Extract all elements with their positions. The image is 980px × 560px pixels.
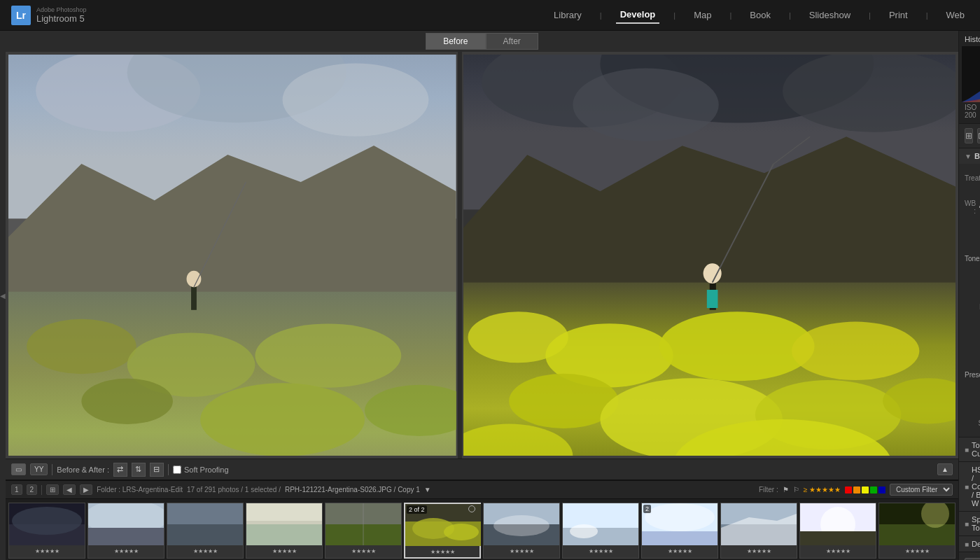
shadows-label: Shadows	[965, 321, 980, 328]
nav-sep-4: |	[789, 11, 791, 20]
prev-btn[interactable]: ◀	[63, 484, 76, 495]
nav-slideshow[interactable]: Slideshow	[805, 7, 855, 23]
nav-sep-6: |	[926, 11, 928, 20]
tone-curve-section[interactable]: ■ Tone Curve ▶	[959, 438, 980, 462]
nav-sep-2: |	[673, 11, 676, 20]
flag-icon-2[interactable]: ⚐	[793, 486, 799, 493]
thumb-8-stars: ★★★★★	[563, 547, 638, 556]
view-yy-btn[interactable]: YY	[30, 463, 48, 475]
nav-web[interactable]: Web	[942, 7, 969, 23]
left-panel-toggle[interactable]: ◀	[0, 31, 6, 560]
file-dropdown[interactable]: ▼	[424, 486, 431, 493]
toolbar-expand-btn[interactable]: ▲	[937, 463, 953, 475]
film-thumb-12[interactable]: ★★★★★	[878, 503, 955, 559]
grid-tool-icon[interactable]: ⊞	[965, 128, 973, 144]
svg-point-19	[573, 68, 718, 141]
film-thumb-5[interactable]: ★★★★★	[325, 503, 402, 559]
thumb-12-stars: ★★★★★	[879, 547, 955, 556]
thumb-6-stars: ★★★★★	[405, 547, 479, 556]
after-tab[interactable]: After	[486, 33, 538, 50]
film-thumb-7[interactable]: ★★★★★	[483, 503, 560, 559]
basic-toggle[interactable]: ▼	[965, 153, 972, 160]
compare-btn[interactable]: ⊟	[150, 463, 164, 477]
film-thumb-1[interactable]: ★★★★★	[8, 503, 85, 559]
basic-section-header[interactable]: ▼ Basic ▼	[959, 148, 980, 164]
film-thumb-11[interactable]: ★★★★★	[799, 503, 876, 559]
blue-filter[interactable]	[878, 486, 886, 493]
histogram-info: ISO 200 28 mm f / 13 1/250 SEC	[962, 102, 977, 120]
soft-proofing-checkbox[interactable]	[173, 465, 181, 474]
nav-map[interactable]: Map	[690, 7, 715, 23]
orange-filter[interactable]	[853, 486, 860, 493]
thumb-9-image	[642, 503, 718, 545]
basic-panel-section: ▼ Basic ▼ Treatment : Color Black & Whit…	[959, 148, 980, 438]
filmstrip: 1 2 ⊞ ◀ ▶ Folder : LRS-Argentina-Edit 17…	[6, 479, 958, 560]
page-2-btn[interactable]: 2	[27, 484, 38, 495]
nav-library[interactable]: Library	[550, 7, 586, 23]
nav-develop[interactable]: Develop	[616, 6, 660, 24]
film-thumb-2[interactable]: ★★★★★	[88, 503, 164, 559]
nav-book[interactable]: Book	[746, 7, 775, 23]
thumb-7-image	[484, 503, 559, 545]
film-thumb-6[interactable]: 2 of 2 ★★★★★	[404, 503, 481, 559]
film-thumb-3[interactable]: ★★★★★	[167, 503, 244, 559]
svg-rect-77	[800, 531, 876, 545]
filter-dropdown[interactable]: Custom Filter	[890, 484, 953, 496]
contrast-slider-row: Contrast – 4	[965, 281, 974, 297]
svg-point-39	[12, 507, 82, 535]
svg-point-13	[187, 271, 202, 287]
flag-icon[interactable]: ⚑	[783, 486, 789, 493]
green-filter[interactable]	[870, 486, 877, 493]
center-panel: Before After	[6, 31, 958, 560]
temp-label: Temp	[965, 222, 980, 230]
app-name: Lightroom 5	[36, 13, 87, 24]
red-filter[interactable]	[845, 486, 852, 493]
vibrance-slider-row: Vibrance – 8	[965, 398, 974, 413]
before-pane	[8, 55, 456, 456]
star-filter[interactable]: ≥ ★★★★★	[804, 486, 841, 493]
detail-section[interactable]: ■ Detail ▶	[959, 536, 980, 552]
film-thumb-9[interactable]: 2 ★★★★★	[641, 503, 718, 559]
svg-point-3	[283, 63, 429, 136]
histogram-svg	[962, 46, 980, 102]
film-thumb-10[interactable]: ★★★★★	[720, 503, 797, 559]
thumb-6-badge: 2 of 2	[407, 505, 427, 514]
file-name[interactable]: RPH-121221-Argentina-S026.JPG / Copy 1	[285, 486, 420, 493]
copy-btn[interactable]: ⇅	[132, 463, 146, 477]
saturation-label: Saturation	[965, 419, 980, 427]
right-panel: Histogram ▼ ISO 200 28 mm f / 13	[958, 31, 980, 560]
hsl-section[interactable]: ■ HSL / Color / B & W ▶	[959, 462, 980, 512]
page-1-btn[interactable]: 1	[11, 484, 22, 495]
filter-label: Filter :	[759, 486, 778, 493]
logo-area: Lr Adobe Photoshop Lightroom 5	[11, 6, 87, 25]
highlights-slider-row: Highlights + 85	[965, 299, 974, 314]
nav-sep-5: |	[869, 11, 871, 20]
svg-point-6	[27, 319, 136, 374]
next-btn[interactable]: ▶	[80, 484, 92, 495]
filmstrip-bar: 1 2 ⊞ ◀ ▶ Folder : LRS-Argentina-Edit 17…	[6, 481, 958, 499]
film-thumb-4[interactable]: ★★★★★	[246, 503, 323, 559]
whites-slider-row: Whites + 24	[965, 334, 974, 349]
yellow-filter[interactable]	[862, 486, 869, 493]
film-thumb-8[interactable]: ★★★★★	[562, 503, 639, 559]
nav-sep-1: |	[600, 11, 602, 20]
thumb-9-badge: 2	[643, 505, 651, 513]
svg-point-25	[792, 322, 919, 380]
bottom-toolbar: ▭ YY Before & After : ⇄ ⇅ ⊟ Soft Proofin…	[6, 458, 958, 479]
view-single-btn[interactable]: ▭	[11, 463, 26, 475]
histogram-section: Histogram ▼ ISO 200 28 mm f / 13	[959, 31, 980, 124]
histogram-label: Histogram	[965, 35, 980, 43]
exposure-label: Exposure	[965, 268, 980, 276]
split-toning-section[interactable]: ■ Split Toning ▶	[959, 512, 980, 536]
crop-tool-icon[interactable]: ⊡	[977, 128, 980, 144]
tint-label: Tint	[965, 239, 980, 247]
swap-btn[interactable]: ⇄	[113, 463, 127, 477]
grid-view-btn[interactable]: ⊞	[46, 484, 59, 495]
wb-label: WB :	[965, 200, 976, 215]
before-tab[interactable]: Before	[426, 33, 485, 50]
nav-print[interactable]: Print	[885, 7, 912, 23]
count-text: 17 of 291 photos / 1 selected /	[187, 486, 281, 493]
saturation-slider-row: Saturation + 9	[965, 415, 974, 430]
lr-logo: Lr	[11, 6, 31, 25]
thumb-4-image	[246, 503, 322, 545]
